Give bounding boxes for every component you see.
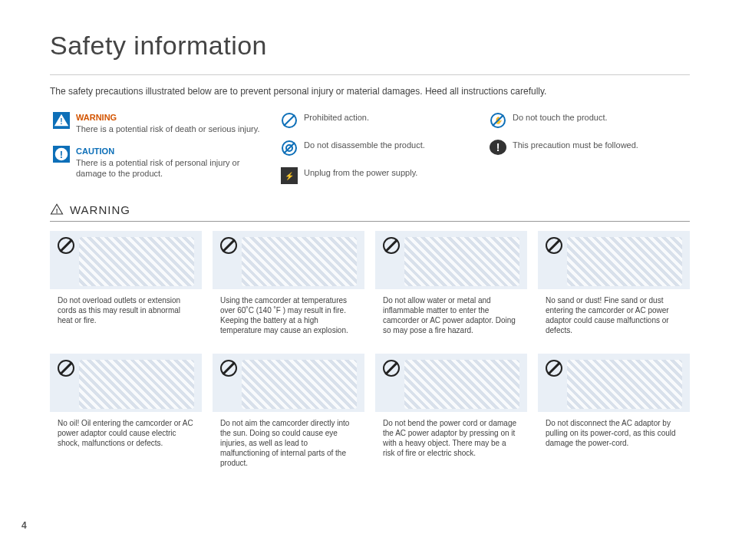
svg-text:!: ! [56,208,58,215]
unplug-icon: ⚡ [281,167,298,184]
legend-prohibited: Prohibited action. [281,112,480,129]
page-number: 4 [21,520,27,531]
warning-heading: WARNING [76,112,272,124]
touch-text: Do not touch the product. [513,112,674,124]
warning-card: Do not aim the camcorder directly into t… [213,354,364,476]
card-text: Do not allow water or metal and inflamma… [375,289,527,343]
svg-text:!: ! [60,148,63,160]
caution-body: There is a potential risk of personal in… [76,157,272,180]
illustration [567,237,682,286]
warning-card: No oil! Oil entering the camcorder or AC… [50,354,202,476]
section-heading: WARNING [70,203,130,216]
prohibit-icon [546,360,562,377]
illustration [79,360,194,409]
card-text: Do not bend the power cord or damage the… [375,412,527,476]
title-rule [50,74,690,75]
illustration [404,237,519,286]
warning-card: Do not disconnect the AC adaptor by pull… [538,354,690,476]
warning-icon: ! [53,112,70,129]
prohibit-icon [383,360,400,377]
legend-warning: ! WARNING There is a potential risk of d… [53,112,272,135]
warning-card: Do not bend the power cord or damage the… [375,354,527,476]
warning-body: There is a potential risk of death or se… [76,124,272,135]
illustration [79,237,194,286]
warning-card: No sand or dust! Fine sand or dust enter… [538,231,690,343]
unplug-text: Unplug from the power supply. [304,167,480,179]
card-text: Do not overload outlets or extension cor… [50,289,202,343]
warning-card: Do not allow water or metal and inflamma… [375,231,527,343]
legend-caution: ! CAUTION There is a potential risk of p… [53,146,272,180]
prohibit-icon [58,237,74,254]
legend-follow: ! This precaution must be followed. [490,140,674,155]
section-rule [50,221,690,222]
disassemble-text: Do not disassemble the product. [304,140,480,151]
warning-card: Using the camcorder at temperatures over… [213,231,364,343]
warning-triangle-icon: ! [50,203,64,216]
prohibit-icon [220,360,237,377]
caution-icon: ! [53,146,70,163]
follow-icon: ! [490,140,506,155]
warning-card: Do not overload outlets or extension cor… [50,231,202,343]
prohibited-icon [281,112,298,129]
card-text: Do not aim the camcorder directly into t… [213,412,364,476]
warning-grid: Do not overload outlets or extension cor… [50,231,690,476]
card-text: No sand or dust! Fine sand or dust enter… [538,289,690,343]
legend-block: ! WARNING There is a potential risk of d… [50,112,690,184]
prohibit-icon [546,237,562,254]
illustration [404,360,519,409]
prohibit-icon [58,360,74,377]
svg-text:!: ! [60,117,62,126]
illustration [242,237,357,286]
prohibit-icon [383,237,400,254]
prohibit-icon [220,237,237,254]
intro-text: The safety precautions illustrated below… [50,86,690,97]
legend-disassemble: Do not disassemble the product. [281,140,480,156]
card-text: No oil! Oil entering the camcorder or AC… [50,412,202,476]
illustration [567,360,682,409]
legend-unplug: ⚡ Unplug from the power supply. [281,167,480,184]
legend-touch: Do not touch the product. [490,112,674,129]
caution-heading: CAUTION [76,146,272,157]
disassemble-icon [281,140,298,156]
no-touch-icon [490,112,506,129]
warning-section-header: ! WARNING [50,203,690,216]
follow-text: This precaution must be followed. [513,140,674,151]
card-text: Using the camcorder at temperatures over… [213,289,364,343]
card-text: Do not disconnect the AC adaptor by pull… [538,412,690,476]
illustration [242,360,357,409]
page-title: Safety information [50,31,690,61]
prohibited-text: Prohibited action. [304,112,480,124]
